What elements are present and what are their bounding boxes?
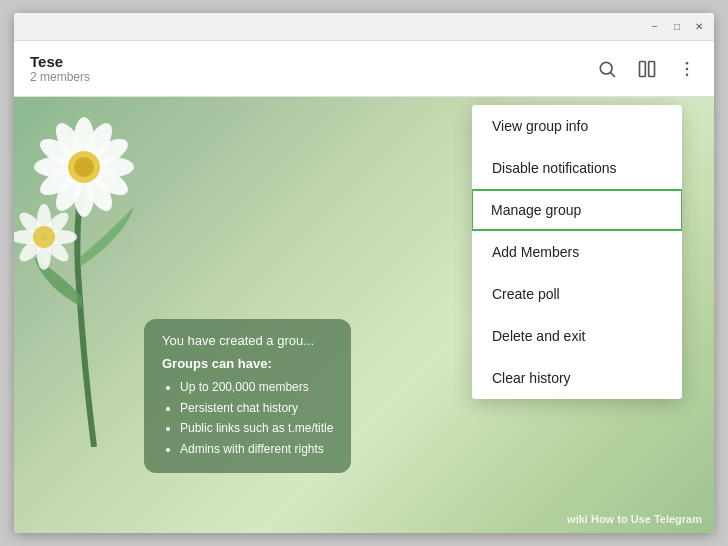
chat-header: Tese 2 members: [14, 41, 714, 97]
context-menu: View group info Disable notifications Ma…: [472, 105, 682, 399]
svg-point-29: [33, 226, 55, 248]
info-bubble: You have created a grou... Groups can ha…: [144, 319, 351, 473]
close-button[interactable]: ✕: [692, 20, 706, 34]
svg-point-0: [600, 62, 612, 74]
svg-line-1: [611, 72, 615, 76]
bubble-title: You have created a grou...: [162, 333, 333, 348]
menu-item-create-poll[interactable]: Create poll: [472, 273, 682, 315]
minimize-button[interactable]: −: [648, 20, 662, 34]
list-item: Admins with different rights: [180, 439, 333, 459]
menu-item-delete-and-exit[interactable]: Delete and exit: [472, 315, 682, 357]
app-window: − □ ✕ Tese 2 members: [14, 13, 714, 533]
list-item: Up to 200,000 members: [180, 377, 333, 397]
svg-point-5: [686, 67, 689, 70]
menu-item-disable-notifications[interactable]: Disable notifications: [472, 147, 682, 189]
list-item: Public links such as t.me/title: [180, 418, 333, 438]
member-count: 2 members: [30, 70, 90, 84]
svg-point-6: [686, 73, 689, 76]
more-options-icon[interactable]: [676, 58, 698, 80]
watermark-bold: How to Use Telegram: [591, 513, 702, 525]
watermark: wiki How to Use Telegram: [567, 513, 702, 525]
bubble-subtitle: Groups can have:: [162, 356, 333, 371]
chat-area: You have created a grou... Groups can ha…: [14, 97, 714, 533]
bubble-list: Up to 200,000 members Persistent chat hi…: [162, 377, 333, 459]
watermark-prefix: wiki: [567, 513, 588, 525]
columns-icon[interactable]: [636, 58, 658, 80]
menu-item-add-members[interactable]: Add Members: [472, 231, 682, 273]
chat-info: Tese 2 members: [30, 53, 90, 84]
chat-title: Tese: [30, 53, 90, 70]
menu-item-manage-group[interactable]: Manage group: [472, 189, 682, 231]
svg-point-4: [686, 61, 689, 64]
menu-item-clear-history[interactable]: Clear history: [472, 357, 682, 399]
titlebar: − □ ✕: [14, 13, 714, 41]
svg-rect-3: [649, 61, 655, 76]
maximize-button[interactable]: □: [670, 20, 684, 34]
svg-point-20: [74, 157, 94, 177]
menu-item-view-group-info[interactable]: View group info: [472, 105, 682, 147]
search-icon[interactable]: [596, 58, 618, 80]
header-actions: [596, 58, 698, 80]
list-item: Persistent chat history: [180, 398, 333, 418]
svg-rect-2: [640, 61, 646, 76]
